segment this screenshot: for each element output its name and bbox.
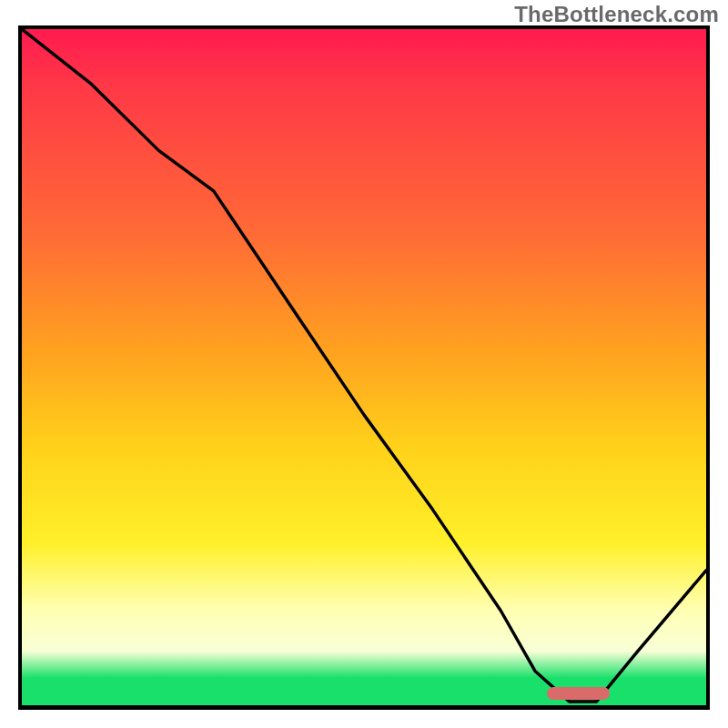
- plot-area: [18, 25, 710, 710]
- chart-frame: TheBottleneck.com: [0, 0, 728, 728]
- optimal-range-marker: [547, 687, 610, 700]
- watermark-text: TheBottleneck.com: [514, 2, 719, 27]
- bottleneck-curve: [22, 29, 706, 705]
